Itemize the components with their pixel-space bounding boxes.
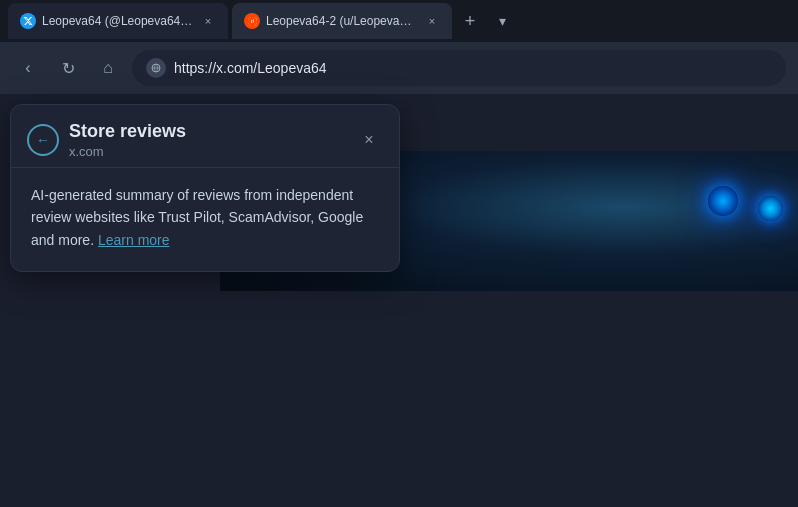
back-icon: ‹ bbox=[25, 59, 30, 77]
tab-reddit[interactable]: r/ Leopeva64-2 (u/Leopeva64-2) - × bbox=[232, 3, 452, 39]
tab-reddit-close[interactable]: × bbox=[424, 13, 440, 29]
refresh-button[interactable]: ↻ bbox=[52, 52, 84, 84]
popup-header: ← Store reviews x.com × bbox=[11, 105, 399, 167]
popup-close-button[interactable]: × bbox=[355, 126, 383, 154]
popup-body: AI-generated summary of reviews from ind… bbox=[11, 168, 399, 271]
popup-description: AI-generated summary of reviews from ind… bbox=[31, 184, 379, 251]
content-area: Notifications Messages Bookmarks ← bbox=[0, 94, 798, 507]
tab-reddit-title: Leopeva64-2 (u/Leopeva64-2) - bbox=[266, 14, 418, 28]
learn-more-link[interactable]: Learn more bbox=[98, 232, 170, 248]
browser-chrome: Leopeva64 (@Leopeva64) / Twi... × r/ Leo… bbox=[0, 0, 798, 94]
popup-container: ← Store reviews x.com × AI-generated sum… bbox=[10, 104, 400, 272]
twitter-favicon bbox=[20, 13, 36, 29]
cat-eye-right bbox=[758, 196, 783, 221]
home-icon: ⌂ bbox=[103, 59, 113, 77]
popup-title: Store reviews bbox=[69, 121, 345, 142]
address-bar: ‹ ↻ ⌂ https://x.com/Leopeva64 bbox=[0, 42, 798, 94]
reddit-favicon: r/ bbox=[244, 13, 260, 29]
tab-bar: Leopeva64 (@Leopeva64) / Twi... × r/ Leo… bbox=[0, 0, 798, 42]
store-reviews-popup: ← Store reviews x.com × AI-generated sum… bbox=[10, 104, 400, 272]
tab-twitter-title: Leopeva64 (@Leopeva64) / Twi... bbox=[42, 14, 194, 28]
home-button[interactable]: ⌂ bbox=[92, 52, 124, 84]
new-tab-button[interactable]: + bbox=[456, 7, 484, 35]
cat-eye-left bbox=[708, 186, 738, 216]
popup-back-icon: ← bbox=[36, 132, 50, 148]
site-favicon bbox=[146, 58, 166, 78]
address-text: https://x.com/Leopeva64 bbox=[174, 60, 327, 76]
popup-back-button[interactable]: ← bbox=[27, 124, 59, 156]
tab-twitter[interactable]: Leopeva64 (@Leopeva64) / Twi... × bbox=[8, 3, 228, 39]
address-field[interactable]: https://x.com/Leopeva64 bbox=[132, 50, 786, 86]
popup-title-group: Store reviews x.com bbox=[69, 121, 345, 159]
tab-menu-button[interactable]: ▾ bbox=[488, 7, 516, 35]
tab-twitter-close[interactable]: × bbox=[200, 13, 216, 29]
popup-subtitle: x.com bbox=[69, 144, 345, 159]
refresh-icon: ↻ bbox=[62, 59, 75, 78]
popup-close-icon: × bbox=[364, 131, 373, 149]
back-button[interactable]: ‹ bbox=[12, 52, 44, 84]
